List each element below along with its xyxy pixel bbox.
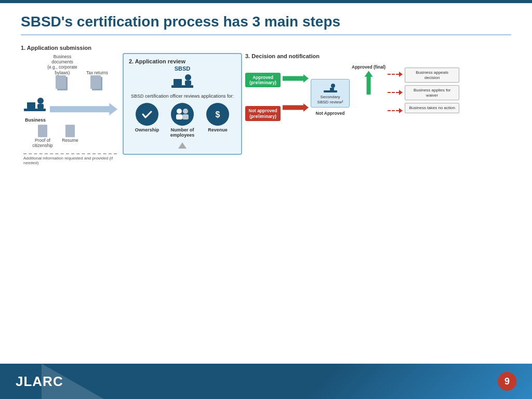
dashed-arrow-3 [388,108,403,113]
footer-triangle-decoration [42,364,104,399]
tax-returns-icon [90,75,104,92]
svg-rect-7 [177,85,179,87]
submission-arrow [50,101,117,117]
svg-marker-20 [42,364,104,399]
svg-rect-9 [185,81,191,85]
page-title: SBSD's certification process has 3 main … [21,14,511,35]
not-approved-prelim-label: Not approved (preliminary) [245,106,281,121]
info-arrow-into-box [178,142,187,149]
business-docs-label: Business documents (e.g., corporate byla… [47,54,78,75]
business-docs-icon [56,75,69,92]
revenue-icon: $ [206,103,229,126]
main-content: SBSD's certification process has 3 main … [0,3,532,346]
ownership-label: Ownership [135,127,159,133]
horiz-arrows [283,74,309,112]
svg-point-11 [177,109,182,114]
svg-rect-2 [30,109,32,110]
step1-section: 1. Application submission Business docum… [21,45,119,165]
svg-rect-17 [324,90,337,92]
business-label: Business [25,117,46,123]
criterion-ownership: Ownership [132,103,162,133]
svg-point-8 [185,74,191,81]
outcome-box-1: Business appeals decision [405,68,459,83]
svg-rect-12 [176,114,182,119]
criterion-revenue: $ Revenue [203,103,233,133]
not-approved-label: Not Approved [316,111,345,116]
prelim-labels: Approved (preliminary) Not approved (pre… [245,73,281,121]
dashed-arrow-1 [388,72,403,77]
decision-inner: Approved (preliminary) Not approved (pre… [245,64,511,121]
approved-prelim-label: Approved (preliminary) [245,73,281,87]
page-number: 9 [498,372,516,391]
ownership-icon [136,103,158,126]
footer: JLARC 9 [0,364,532,399]
resume-doc-icon [65,125,75,137]
proof-label: Proof of citizenship [31,138,54,148]
tax-returns-label: Tax returns [85,70,109,75]
revenue-label: Revenue [208,127,228,133]
step1-label: 1. Application submission [21,45,119,51]
secondary-officer-icon [323,82,338,95]
red-arrow-not-approved [283,103,309,112]
criterion-employees: Number of employees [167,103,197,139]
review-text: SBSD certification officer reviews appli… [131,94,234,100]
green-arrow-approved [283,74,309,83]
outcome-box-2: Business applies for waiver [405,85,459,100]
svg-text:$: $ [216,110,220,119]
employees-label: Number of employees [167,127,197,139]
final-col: Approved (final) [352,64,385,95]
proof-doc-icon [38,125,47,137]
svg-rect-0 [24,109,46,111]
diagram-container: 1. Application submission Business docum… [21,45,511,165]
dashed-arrow-2 [388,90,403,95]
step3-section: 3. Decision and notification Approved (p… [245,45,511,121]
vertical-green-arrow [365,71,373,95]
dashed-arrows-col [388,72,403,113]
svg-rect-19 [330,88,334,90]
secondary-review-box: Secondary SBSD review² [311,79,350,108]
bottom-dashed-line: Additional information requested and pro… [23,153,117,165]
outcomes-col: Business appeals decision Business appli… [405,68,459,113]
svg-rect-6 [174,79,182,85]
additional-info-note: Additional information requested and pro… [23,156,117,165]
svg-point-3 [37,98,44,104]
svg-rect-4 [37,104,44,109]
sbsd-officer-icon [169,73,195,94]
business-col: Business [23,94,48,123]
secondary-review-label: Secondary SBSD review² [314,95,346,104]
svg-rect-1 [27,102,35,109]
svg-rect-14 [182,114,189,119]
svg-point-13 [183,109,188,114]
approved-final-label: Approved (final) [352,64,385,70]
business-person-icon [23,94,48,116]
employees-icon [171,103,194,126]
step3-label: 3. Decision and notification [245,53,511,59]
resume-label: Resume [60,138,80,143]
svg-rect-5 [171,85,193,88]
svg-point-18 [331,84,335,88]
step2-section: 2. Application review SBSD SBSD certific… [123,53,242,155]
sbsd-title: SBSD [175,65,191,72]
outcome-box-3: Business takes no action [405,103,459,113]
secondary-review-col: Secondary SBSD review² Not Approved [311,64,350,116]
criteria-row: Ownership Number of employees [132,103,233,139]
step2-label: 2. Application review [129,58,185,64]
